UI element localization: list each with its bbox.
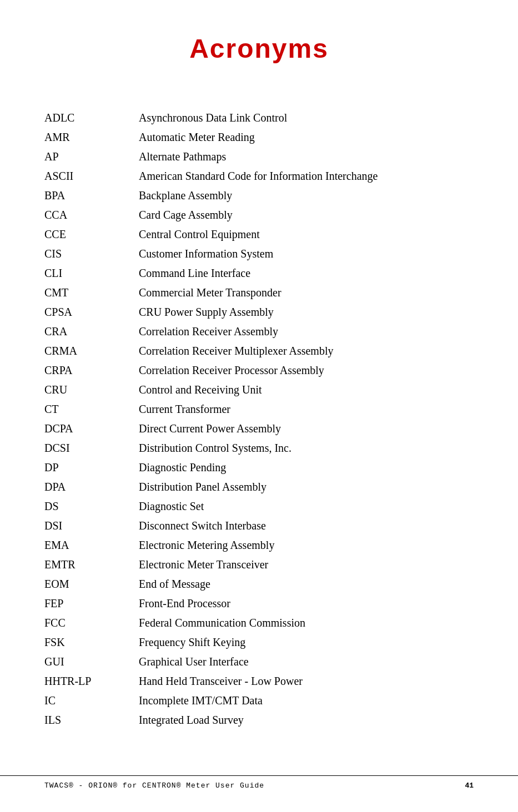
acronym-row: ICIncomplete IMT/CMT Data	[44, 691, 474, 710]
acronym-row: EMTRElectronic Meter Transceiver	[44, 555, 474, 574]
acronym-row: FSKFrequency Shift Keying	[44, 633, 474, 652]
acronym-row: EMAElectronic Metering Assembly	[44, 536, 474, 555]
acronym-abbr: CMT	[44, 286, 139, 299]
acronym-definition: Diagnostic Set	[139, 500, 474, 513]
acronym-abbr: DCSI	[44, 442, 139, 455]
acronym-row: APAlternate Pathmaps	[44, 147, 474, 167]
acronym-abbr: CIS	[44, 248, 139, 260]
acronym-definition: Distribution Panel Assembly	[139, 481, 474, 493]
acronym-abbr: CCE	[44, 228, 139, 241]
acronym-abbr: EOM	[44, 578, 139, 591]
acronym-abbr: IC	[44, 694, 139, 707]
acronym-definition: Commercial Meter Transponder	[139, 286, 474, 299]
acronym-row: FCCFederal Communication Commission	[44, 613, 474, 633]
acronym-row: DPDiagnostic Pending	[44, 458, 474, 477]
acronym-abbr: CT	[44, 403, 139, 416]
acronym-definition: Front-End Processor	[139, 597, 474, 610]
acronym-row: CISCustomer Information System	[44, 244, 474, 264]
acronym-definition: Federal Communication Commission	[139, 617, 474, 629]
acronym-row: CRUControl and Receiving Unit	[44, 380, 474, 400]
footer-left-text: TWACS® - ORION® for CENTRON® Meter User …	[44, 781, 264, 790]
acronym-definition: Automatic Meter Reading	[139, 131, 474, 144]
acronym-abbr: CLI	[44, 267, 139, 280]
page-title: Acronyms	[44, 33, 474, 64]
acronym-definition: Disconnect Switch Interbase	[139, 520, 474, 532]
acronym-definition: Correlation Receiver Assembly	[139, 325, 474, 338]
acronym-row: EOMEnd of Message	[44, 574, 474, 594]
acronym-abbr: ADLC	[44, 112, 139, 124]
acronym-definition: Correlation Receiver Processor Assembly	[139, 364, 474, 377]
acronym-definition: Hand Held Transceiver - Low Power	[139, 675, 474, 688]
acronym-definition: Alternate Pathmaps	[139, 150, 474, 163]
acronym-definition: Distribution Control Systems, Inc.	[139, 442, 474, 455]
acronym-abbr: DSI	[44, 520, 139, 532]
acronym-definition: Asynchronous Data Link Control	[139, 112, 474, 124]
acronym-row: CMTCommercial Meter Transponder	[44, 283, 474, 302]
acronym-definition: Graphical User Interface	[139, 655, 474, 668]
acronym-definition: Current Transformer	[139, 403, 474, 416]
acronym-row: DSIDisconnect Switch Interbase	[44, 516, 474, 536]
acronym-row: FEPFront-End Processor	[44, 594, 474, 613]
acronym-abbr: DS	[44, 500, 139, 513]
acronym-abbr: CRMA	[44, 345, 139, 357]
acronym-row: BPABackplane Assembly	[44, 186, 474, 205]
acronym-definition: Incomplete IMT/CMT Data	[139, 694, 474, 707]
acronym-definition: Integrated Load Survey	[139, 714, 474, 727]
acronym-row: DCSIDistribution Control Systems, Inc.	[44, 438, 474, 458]
acronym-row: AMRAutomatic Meter Reading	[44, 128, 474, 147]
acronym-row: CRPACorrelation Receiver Processor Assem…	[44, 361, 474, 380]
acronym-row: CCECentral Control Equipment	[44, 225, 474, 244]
acronym-definition: Electronic Metering Assembly	[139, 539, 474, 552]
acronym-abbr: EMTR	[44, 558, 139, 571]
acronym-definition: Backplane Assembly	[139, 189, 474, 202]
acronym-abbr: CRU	[44, 384, 139, 396]
acronym-row: HHTR-LPHand Held Transceiver - Low Power	[44, 672, 474, 691]
acronym-definition: American Standard Code for Information I…	[139, 170, 474, 183]
acronym-abbr: DCPA	[44, 422, 139, 435]
acronym-abbr: CRPA	[44, 364, 139, 377]
acronym-definition: Correlation Receiver Multiplexer Assembl…	[139, 345, 474, 357]
acronym-row: CLICommand Line Interface	[44, 264, 474, 283]
acronym-abbr: DPA	[44, 481, 139, 493]
acronym-abbr: CRA	[44, 325, 139, 338]
acronym-abbr: HHTR-LP	[44, 675, 139, 688]
acronym-abbr: AP	[44, 150, 139, 163]
acronym-row: CRMACorrelation Receiver Multiplexer Ass…	[44, 341, 474, 361]
acronym-abbr: DP	[44, 461, 139, 474]
acronym-definition: Frequency Shift Keying	[139, 636, 474, 649]
acronym-abbr: CPSA	[44, 306, 139, 319]
acronym-definition: Central Control Equipment	[139, 228, 474, 241]
acronym-definition: End of Message	[139, 578, 474, 591]
acronym-row: ILSIntegrated Load Survey	[44, 710, 474, 730]
acronym-abbr: EMA	[44, 539, 139, 552]
acronym-row: ADLCAsynchronous Data Link Control	[44, 108, 474, 128]
acronym-definition: Customer Information System	[139, 248, 474, 260]
acronym-definition: Diagnostic Pending	[139, 461, 474, 474]
acronym-list: ADLCAsynchronous Data Link ControlAMRAut…	[44, 108, 474, 730]
acronym-definition: Direct Current Power Assembly	[139, 422, 474, 435]
acronym-row: CRACorrelation Receiver Assembly	[44, 322, 474, 341]
acronym-row: ASCIIAmerican Standard Code for Informat…	[44, 167, 474, 186]
acronym-definition: Control and Receiving Unit	[139, 384, 474, 396]
acronym-abbr: AMR	[44, 131, 139, 144]
acronym-row: CCACard Cage Assembly	[44, 205, 474, 225]
acronym-abbr: FCC	[44, 617, 139, 629]
acronym-definition: CRU Power Supply Assembly	[139, 306, 474, 319]
acronym-row: DSDiagnostic Set	[44, 497, 474, 516]
acronym-abbr: FSK	[44, 636, 139, 649]
acronym-row: DCPADirect Current Power Assembly	[44, 419, 474, 438]
acronym-abbr: ASCII	[44, 170, 139, 183]
acronym-abbr: FEP	[44, 597, 139, 610]
acronym-row: DPADistribution Panel Assembly	[44, 477, 474, 497]
acronym-abbr: ILS	[44, 714, 139, 727]
acronym-abbr: CCA	[44, 209, 139, 221]
acronym-definition: Card Cage Assembly	[139, 209, 474, 221]
page-container: Acronyms ADLCAsynchronous Data Link Cont…	[0, 0, 518, 812]
acronym-abbr: GUI	[44, 655, 139, 668]
page-footer: TWACS® - ORION® for CENTRON® Meter User …	[0, 775, 518, 790]
footer-page-number: 41	[465, 781, 474, 790]
acronym-row: CTCurrent Transformer	[44, 400, 474, 419]
acronym-definition: Command Line Interface	[139, 267, 474, 280]
acronym-abbr: BPA	[44, 189, 139, 202]
acronym-definition: Electronic Meter Transceiver	[139, 558, 474, 571]
